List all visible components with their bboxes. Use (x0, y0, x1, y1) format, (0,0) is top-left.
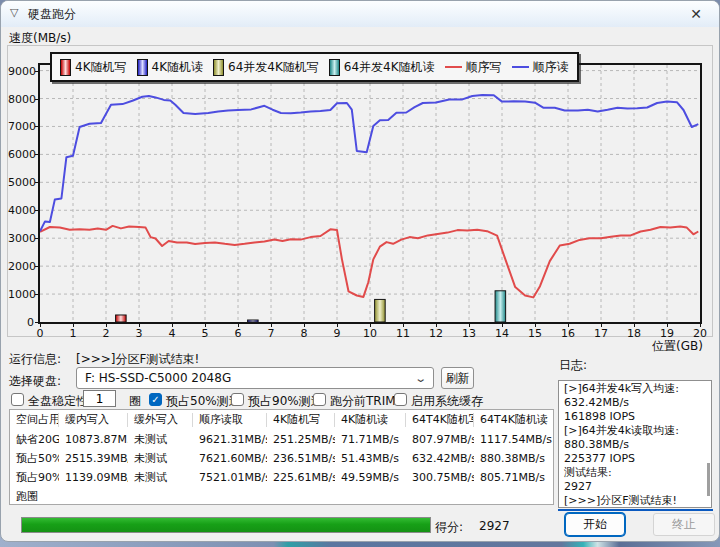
legend-label: 4K随机读 (152, 59, 204, 76)
table-row: 预占90%1139.09MB/s未测试7521.01MB/s225.61MB/s… (10, 468, 553, 487)
table-header-cell: 缓内写入 (59, 413, 128, 427)
y-tick-mark (35, 126, 38, 127)
x-tick-label: 7 (260, 327, 282, 340)
x-tick-label: 13 (458, 327, 480, 340)
legend-bar-swatch (137, 59, 148, 76)
x-tick-label: 16 (557, 327, 579, 340)
option-checkbox-3[interactable] (313, 393, 326, 406)
option-checkbox-label: 跑分前TRIM (330, 393, 396, 410)
x-tick-label: 9 (326, 327, 348, 340)
x-tick-label: 15 (524, 327, 546, 340)
log-line: 测试结果: (564, 466, 706, 480)
laps-unit-label: 圈 (129, 393, 141, 410)
table-cell: 缺省20G (10, 432, 59, 447)
x-tick-mark (568, 324, 569, 327)
x-tick-mark (469, 324, 470, 327)
option-checkbox-4[interactable] (394, 393, 407, 406)
start-button[interactable]: 开始 (565, 513, 625, 536)
chart-legend: 4K随机写4K随机读64并发4K随机写64并发4K随机读顺序写顺序读 (50, 52, 579, 82)
option-checkbox-2[interactable] (231, 393, 244, 406)
x-tick-label: 10 (359, 327, 381, 340)
x-tick-label: 18 (623, 327, 645, 340)
log-line: [>]64并发4k写入均速: (564, 382, 706, 396)
table-cell: 632.42MB/s (406, 452, 474, 465)
log-focus-underline (558, 509, 713, 511)
x-tick-mark (271, 324, 272, 327)
disk-select-value: F: HS-SSD-C5000 2048G (85, 371, 231, 385)
y-tick-label: 2000 (8, 260, 34, 273)
refresh-button[interactable]: 刷新 (441, 367, 474, 389)
y-tick-label: 9000 (8, 65, 34, 78)
x-tick-mark (40, 324, 41, 327)
x-tick-label: 14 (491, 327, 513, 340)
log-line: 161898 IOPS (564, 410, 706, 424)
window-title: 硬盘跑分 (28, 6, 76, 23)
x-tick-label: 1 (62, 327, 84, 340)
legend-item: 64并发4K随机写 (213, 59, 319, 76)
table-cell: 225.61MB/s (267, 471, 335, 484)
y-tick-mark (35, 71, 38, 72)
table-cell: 236.51MB/s (267, 452, 335, 465)
log-scrollbar[interactable] (707, 463, 710, 496)
x-tick-mark (700, 324, 701, 327)
y-tick-mark (35, 99, 38, 100)
y-tick-label: 4000 (8, 204, 34, 217)
x-tick-mark (601, 324, 602, 327)
log-line: 632.42MB/s (564, 396, 706, 410)
x-tick-label: 5 (194, 327, 216, 340)
legend-label: 顺序写 (466, 59, 502, 76)
log-line: 225377 IOPS (564, 452, 706, 466)
log-line: 2927 (564, 480, 706, 494)
table-cell: 71.71MB/s (335, 433, 406, 446)
log-textarea[interactable]: [>]64并发4k写入均速:632.42MB/s161898 IOPS[>]64… (558, 380, 712, 508)
legend-item: 64并发4K随机读 (329, 59, 435, 76)
table-cell: 未测试 (128, 451, 193, 466)
table-header-cell: 4K随机读 (335, 413, 406, 427)
legend-line-swatch (445, 66, 462, 68)
x-tick-label: 3 (128, 327, 150, 340)
score-label: 得分: (435, 519, 463, 536)
x-tick-mark (403, 324, 404, 327)
x-tick-label: 2 (95, 327, 117, 340)
disk-select-dropdown[interactable]: F: HS-SSD-C5000 2048G ⌄ (76, 367, 434, 389)
table-cell: 251.25MB/s (267, 433, 335, 446)
x-tick-mark (238, 324, 239, 327)
table-cell: 7521.01MB/s (193, 471, 267, 484)
legend-label: 64并发4K随机读 (344, 59, 435, 76)
close-icon[interactable]: ✕ (681, 4, 711, 24)
option-checkbox-1[interactable]: ✓ (149, 393, 162, 406)
stability-checkbox[interactable] (11, 393, 24, 406)
table-header-row: 空间占用缓内写入缓外写入顺序读取4K随机写4K随机读64T4K随机写64T4K随… (10, 410, 553, 430)
disk-select-label: 选择硬盘: (9, 373, 61, 390)
x-tick-mark (139, 324, 140, 327)
legend-item: 顺序写 (445, 59, 502, 76)
x-tick-mark (106, 324, 107, 327)
x-tick-mark (205, 324, 206, 327)
table-cell: 10873.87M... (59, 433, 128, 446)
legend-bar-swatch (213, 59, 224, 76)
x-tick-label: 17 (590, 327, 612, 340)
table-row: 缺省20G10873.87M...未测试9621.31MB/s251.25MB/… (10, 430, 553, 449)
table-cell: 未测试 (128, 470, 193, 485)
x-tick-label: 4 (161, 327, 183, 340)
stop-button[interactable]: 终止 (653, 513, 715, 536)
y-tick-mark (35, 238, 38, 239)
table-header-cell: 64T4K随机写 (406, 413, 474, 427)
x-tick-mark (634, 324, 635, 327)
x-tick-mark (667, 324, 668, 327)
laps-input[interactable] (83, 390, 116, 407)
x-tick-mark (337, 324, 338, 327)
table-cell: 2515.39MB/s (59, 452, 128, 465)
x-tick-mark (172, 324, 173, 327)
bar-64并发4K随机读 (495, 291, 506, 322)
table-cell: 未测试 (128, 432, 193, 447)
y-tick-mark (35, 210, 38, 211)
x-tick-label: 12 (425, 327, 447, 340)
bar-4K随机写 (116, 315, 127, 322)
titlebar[interactable]: ▽ 硬盘跑分 ✕ (1, 1, 719, 27)
y-tick-label: 3000 (8, 232, 34, 245)
x-tick-mark (73, 324, 74, 327)
x-tick-mark (304, 324, 305, 327)
y-tick-label: 8000 (8, 93, 34, 106)
line-顺序写 (40, 226, 698, 298)
